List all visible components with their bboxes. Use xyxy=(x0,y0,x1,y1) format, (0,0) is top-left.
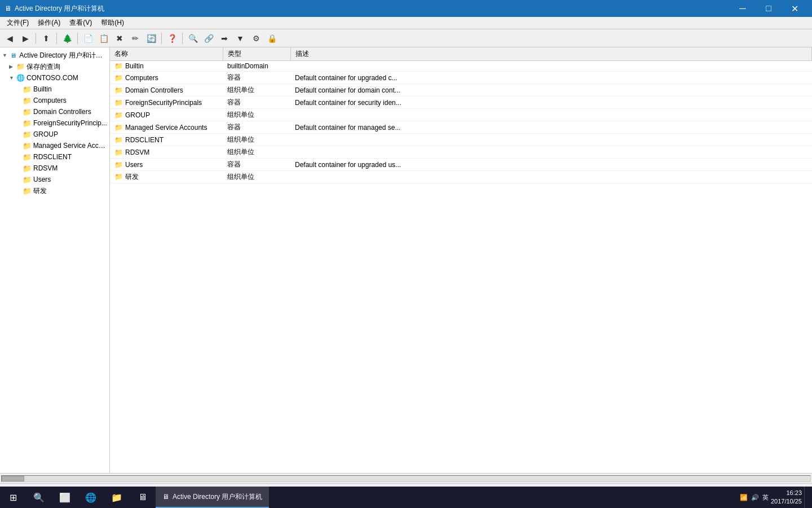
close-button[interactable]: ✕ xyxy=(782,0,807,17)
toolbar-sep-3 xyxy=(77,33,78,44)
tree-rdsvm-label: RDSVM xyxy=(33,164,58,172)
cell-name: 📁研发 xyxy=(110,171,223,183)
scrollbar-thumb[interactable] xyxy=(2,476,24,481)
edge-button[interactable]: 🌐 xyxy=(78,487,104,508)
row-folder-icon: 📁 xyxy=(114,99,123,107)
toolbar: ◀ ▶ ⬆ 🌲 📄 📋 ✖ ✏ 🔄 ❓ 🔍 🔗 ➡ ▼ ⚙ 🔒 xyxy=(0,29,812,47)
table-row[interactable]: 📁GROUP组织单位 xyxy=(110,109,812,121)
move-object-button[interactable]: ➡ xyxy=(217,31,232,46)
cell-description xyxy=(290,61,812,72)
cell-description: Default container for upgraded us... xyxy=(290,159,812,171)
properties-button[interactable]: 📋 xyxy=(96,31,111,46)
scrollbar-track[interactable] xyxy=(1,475,811,482)
maximize-button[interactable]: □ xyxy=(756,0,782,17)
tree-domain-controllers[interactable]: 📁 Domain Controllers xyxy=(0,106,109,117)
tree-users[interactable]: 📁 Users xyxy=(0,174,109,185)
delegate-control-button[interactable]: 🔒 xyxy=(264,31,279,46)
dc-icon: 📁 xyxy=(23,107,32,116)
filter-options-button[interactable]: ⚙ xyxy=(249,31,263,46)
cell-name: 📁Managed Service Accounts xyxy=(110,121,223,134)
table-row[interactable]: 📁研发组织单位 xyxy=(110,171,812,183)
col-type[interactable]: 类型 xyxy=(223,47,290,61)
task-view-button[interactable]: ⬜ xyxy=(52,487,78,508)
col-description[interactable]: 描述 xyxy=(290,47,812,61)
cell-type: 组织单位 xyxy=(223,134,290,146)
minimize-button[interactable]: ─ xyxy=(730,0,756,17)
help-button[interactable]: ❓ xyxy=(165,31,179,46)
active-app-icon: 🖥 xyxy=(162,493,169,501)
table-row[interactable]: 📁RDSCLIENT组织单位 xyxy=(110,134,812,146)
table-row[interactable]: 📁ForeignSecurityPrincipals容器Default cont… xyxy=(110,97,812,109)
system-clock[interactable]: 16:23 2017/10/25 xyxy=(771,489,802,506)
volume-icon: 🔊 xyxy=(751,494,759,501)
start-button[interactable]: ⊞ xyxy=(0,487,26,508)
app5-button[interactable]: 🖥 xyxy=(130,487,156,508)
tree-group-label: GROUP xyxy=(33,130,58,138)
tree-msa[interactable]: 📁 Managed Service Acco... xyxy=(0,140,109,151)
table-header-row: 名称 类型 描述 xyxy=(110,47,812,61)
table-row[interactable]: 📁Domain Controllers组织单位Default container… xyxy=(110,84,812,97)
table-row[interactable]: 📁RDSVM组织单位 xyxy=(110,146,812,159)
col-name[interactable]: 名称 xyxy=(110,47,223,61)
active-app-button[interactable]: 🖥 Active Directory 用户和计算机 xyxy=(156,487,269,508)
tree-panel: ▼ 🖥 Active Directory 用户和计算机 ▶ 📁 保存的查询 ▼ … xyxy=(0,47,110,473)
cell-type: 组织单位 xyxy=(223,146,290,159)
tree-rdsvm[interactable]: 📁 RDSVM xyxy=(0,163,109,174)
table-row[interactable]: 📁BuiltinbuiltinDomain xyxy=(110,61,812,72)
up-button[interactable]: ⬆ xyxy=(39,31,54,46)
scroll-area xyxy=(0,473,812,483)
tree-yanfa[interactable]: 📁 研发 xyxy=(0,185,109,196)
expand-arrow-root: ▼ xyxy=(2,52,9,58)
show-hide-tree-button[interactable]: 🌲 xyxy=(60,31,74,46)
content-panel: 名称 类型 描述 📁BuiltinbuiltinDomain📁Computers… xyxy=(110,47,812,473)
app-icon: 🖥 xyxy=(5,5,11,12)
tree-fsp[interactable]: 📁 ForeignSecurityPrincip... xyxy=(0,117,109,129)
forward-button[interactable]: ▶ xyxy=(18,31,33,46)
computers-icon: 📁 xyxy=(23,96,32,105)
tree-rdsclient-label: RDSCLIENT xyxy=(33,153,72,161)
tree-domain[interactable]: ▼ 🌐 CONTOSO.COM xyxy=(0,72,109,84)
filter-button[interactable]: ▼ xyxy=(233,31,248,46)
taskbar-left: ⊞ 🔍 ⬜ 🌐 📁 🖥 🖥 Active Directory 用户和计算机 xyxy=(0,487,269,508)
connect-button[interactable]: 🔗 xyxy=(201,31,216,46)
table-row[interactable]: 📁Computers容器Default container for upgrad… xyxy=(110,72,812,84)
cell-type: 容器 xyxy=(223,72,290,84)
tree-domain-label: CONTOSO.COM xyxy=(27,74,78,82)
new-button[interactable]: 📄 xyxy=(81,31,95,46)
table-row[interactable]: 📁Managed Service Accounts容器Default conta… xyxy=(110,121,812,134)
yanfa-icon: 📁 xyxy=(23,186,32,195)
cell-type: 容器 xyxy=(223,121,290,134)
delete-button[interactable]: ✖ xyxy=(112,31,127,46)
tree-root[interactable]: ▼ 🖥 Active Directory 用户和计算机 xyxy=(0,50,109,61)
cell-name: 📁Computers xyxy=(110,72,223,84)
toolbar-sep-2 xyxy=(56,33,57,44)
tree-saved-label: 保存的查询 xyxy=(27,62,60,72)
find-button[interactable]: 🔍 xyxy=(186,31,200,46)
lang-indicator[interactable]: 英 xyxy=(762,493,769,502)
refresh-button[interactable]: 🔄 xyxy=(144,31,158,46)
explorer-button[interactable]: 📁 xyxy=(104,487,130,508)
toolbar-sep-4 xyxy=(161,33,162,44)
rename-button[interactable]: ✏ xyxy=(128,31,143,46)
tree-saved-queries[interactable]: ▶ 📁 保存的查询 xyxy=(0,61,109,72)
row-folder-icon: 📁 xyxy=(114,74,123,82)
menu-action[interactable]: 操作(A) xyxy=(33,17,65,29)
tree-rdsclient[interactable]: 📁 RDSCLIENT xyxy=(0,151,109,163)
tree-computers[interactable]: 📁 Computers xyxy=(0,95,109,106)
root-icon: 🖥 xyxy=(9,51,18,60)
menu-help[interactable]: 帮助(H) xyxy=(96,17,129,29)
table-row[interactable]: 📁Users容器Default container for upgraded u… xyxy=(110,159,812,171)
rdsvm-icon: 📁 xyxy=(23,164,32,173)
back-button[interactable]: ◀ xyxy=(2,31,17,46)
tree-group[interactable]: 📁 GROUP xyxy=(0,129,109,140)
domain-node-icon: 🌐 xyxy=(16,73,25,82)
row-folder-icon: 📁 xyxy=(114,173,123,181)
tree-users-label: Users xyxy=(33,176,51,183)
show-desktop-button[interactable] xyxy=(804,487,807,508)
window-controls: ─ □ ✕ xyxy=(730,0,807,17)
tree-builtin[interactable]: 📁 Builtin xyxy=(0,84,109,95)
menu-file[interactable]: 文件(F) xyxy=(2,17,33,29)
cell-type: 组织单位 xyxy=(223,171,290,183)
search-taskbar-button[interactable]: 🔍 xyxy=(26,487,52,508)
menu-view[interactable]: 查看(V) xyxy=(65,17,96,29)
